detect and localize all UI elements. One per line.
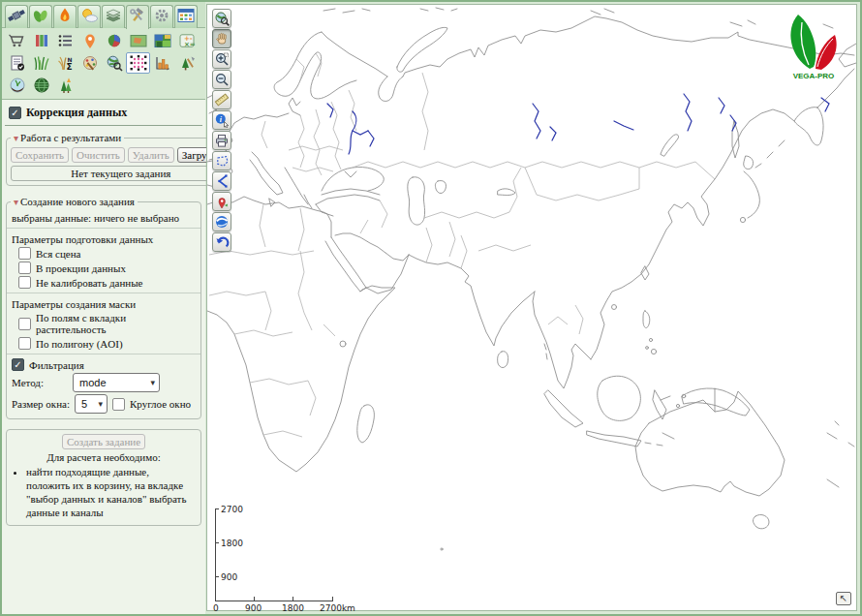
data-projection-checkbox[interactable]: [18, 262, 31, 274]
forest-tool-icon[interactable]: [53, 75, 77, 96]
channels-tool-icon[interactable]: [29, 30, 53, 51]
polygon-select-button[interactable]: [212, 151, 231, 170]
report-tool-icon[interactable]: [5, 52, 29, 74]
create-task-fieldset: Создать задание Для расчета необходимо: …: [6, 429, 201, 526]
mask-section-title: Параметры создания маски: [11, 296, 197, 311]
option-label: По полигону (AOI): [36, 338, 123, 350]
correction-panel: ✓ Коррекция данных ▾Работа с результатам…: [2, 100, 205, 526]
map-scale-bar: 2700 1800 900 0 900 1800 2700km: [215, 501, 360, 605]
whole-scene-checkbox[interactable]: [18, 247, 31, 260]
gear-icon: [152, 7, 171, 28]
plant-icon: [31, 7, 50, 28]
cart-tool-icon[interactable]: [5, 30, 29, 51]
task-status: Нет текущего задания: [11, 166, 231, 181]
option-label: По полям с вкладки растительность: [36, 312, 197, 335]
scale-x-label: 2700km: [320, 603, 355, 613]
aoi-mask-checkbox[interactable]: [18, 337, 31, 350]
coastlines: [207, 8, 856, 550]
scale-x-label: 0: [213, 603, 219, 613]
pie-chart-tool-icon[interactable]: [102, 30, 126, 51]
print-button[interactable]: [212, 131, 231, 150]
separator: [7, 354, 200, 354]
tab-tools[interactable]: [126, 5, 149, 29]
round-window-checkbox[interactable]: [112, 398, 125, 411]
vega-pro-application: +-×= NΣ ✓ Коррекция данных: [0, 0, 862, 616]
separator: [7, 293, 200, 293]
new-task-legend: ▾Создание нового задания: [11, 196, 138, 207]
undo-button[interactable]: [212, 232, 231, 252]
pan-hand-button[interactable]: [212, 29, 231, 48]
arrow-up-left-icon: ↖: [840, 593, 847, 603]
correction-checkbox[interactable]: ✓: [9, 107, 21, 119]
zoom-world-button[interactable]: [212, 9, 231, 28]
river-vectors: [327, 94, 829, 154]
measure-ruler-button[interactable]: [212, 90, 231, 109]
mosaic-map-tool-icon[interactable]: [150, 30, 174, 51]
layers-icon: [104, 7, 123, 28]
chevron-down-icon: ▾: [98, 399, 103, 409]
green-leaf-icon: [790, 15, 816, 69]
method-label: Метод:: [12, 377, 68, 388]
placemark-pin-button[interactable]: [212, 192, 231, 211]
save-button[interactable]: Сохранить: [11, 147, 69, 163]
globe-search-tool-icon[interactable]: [102, 52, 126, 74]
collapse-triangle-icon[interactable]: ▾: [14, 133, 18, 143]
forest-tools-icon[interactable]: [174, 52, 199, 74]
map-viewport[interactable]: i VEGA-PRO 2700 1: [206, 4, 857, 611]
tab-layers[interactable]: [102, 5, 125, 28]
scale-y-label: 1800: [221, 539, 243, 548]
create-task-button[interactable]: Создать задание: [62, 434, 145, 449]
tab-vegetation[interactable]: [29, 5, 52, 28]
tab-satellite[interactable]: [5, 5, 28, 28]
no-calibration-checkbox[interactable]: [18, 276, 31, 289]
tab-fire[interactable]: [53, 5, 77, 28]
scale-y-label: 900: [221, 572, 237, 582]
panel-title: Коррекция данных: [26, 106, 127, 120]
delete-button[interactable]: Удалить: [128, 147, 174, 163]
hint-title: Для расчета необходимо:: [11, 449, 197, 464]
svg-text:×=: ×=: [184, 41, 196, 48]
clear-button[interactable]: Очистить: [72, 147, 125, 163]
fields-mask-checkbox[interactable]: [18, 318, 31, 330]
window-size-select[interactable]: 5▾: [75, 394, 108, 414]
polyline-button[interactable]: [212, 171, 231, 191]
zoom-region-button[interactable]: [212, 49, 231, 69]
collapse-triangle-icon[interactable]: ▾: [14, 197, 18, 207]
task-list-tool-icon[interactable]: [53, 30, 77, 51]
results-legend: ▾Работа с результатами: [11, 132, 124, 143]
satellite-icon: [7, 7, 26, 28]
vega-pro-logo: VEGA-PRO: [777, 9, 847, 86]
identify-info-button[interactable]: i: [212, 110, 231, 130]
google-earth-button[interactable]: [212, 212, 231, 231]
tab-settings[interactable]: [150, 5, 173, 28]
tab-strip: [2, 2, 205, 28]
red-leaf-icon: [816, 35, 837, 70]
separator: [7, 228, 200, 229]
thematic-map-tool-icon[interactable]: [126, 30, 150, 51]
collapse-corner-button[interactable]: ↖: [836, 592, 851, 605]
tab-weather[interactable]: [77, 5, 101, 28]
tool-grid: +-×= NΣ: [2, 28, 205, 100]
histogram-tool-icon[interactable]: [150, 52, 174, 74]
selected-data-text: выбраны данные: ничего не выбрано: [11, 210, 197, 225]
palette-tool-icon[interactable]: [77, 52, 102, 74]
filtering-checkbox[interactable]: ✓: [12, 358, 24, 371]
svg-text:Σ: Σ: [66, 62, 72, 72]
placemark-tool-grid-icon[interactable]: [77, 30, 102, 51]
crop-statistics-tool-icon[interactable]: NΣ: [53, 52, 77, 74]
grid-correction-tool-icon[interactable]: [126, 52, 150, 74]
calculator-tool-icon[interactable]: +-×=: [174, 30, 199, 51]
scale-x-label: 1800: [282, 603, 304, 613]
table-icon: [176, 7, 196, 28]
globe-green-tool-icon[interactable]: [29, 75, 53, 96]
window-size-label: Размер окна:: [12, 398, 70, 410]
option-label: В проекции данных: [36, 262, 126, 274]
chevron-down-icon: ▾: [150, 378, 155, 387]
method-select[interactable]: mode▾: [73, 373, 160, 392]
soil-plant-tool-icon[interactable]: [5, 75, 29, 96]
zoom-out-button[interactable]: [212, 70, 231, 89]
fire-icon: [55, 7, 75, 28]
tab-data-table[interactable]: [174, 5, 198, 28]
filtering-label: Фильтрация: [29, 359, 84, 371]
grass-tool-icon[interactable]: [29, 52, 53, 74]
